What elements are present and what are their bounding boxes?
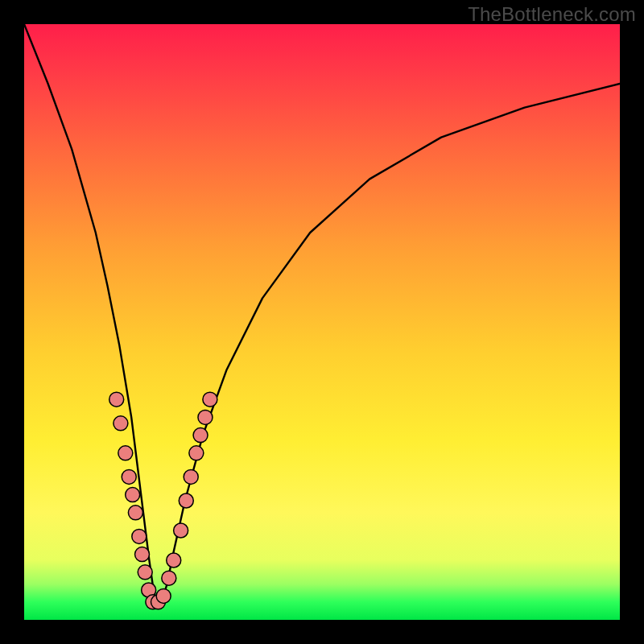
curve-marker (203, 392, 217, 407)
curve-marker (162, 571, 176, 585)
bottleneck-curve (24, 24, 620, 602)
curve-marker (179, 493, 193, 508)
curve-marker (114, 416, 128, 431)
curve-marker (174, 523, 188, 538)
curve-marker (132, 529, 147, 543)
curve-markers-group (109, 392, 217, 609)
plot-area (24, 24, 620, 620)
curve-marker (167, 553, 181, 568)
curve-marker (109, 392, 124, 407)
curve-marker (122, 469, 136, 484)
curve-marker (118, 446, 133, 460)
curve-marker (156, 588, 171, 603)
curve-marker (184, 469, 198, 484)
curve-marker (135, 547, 150, 562)
curve-marker (126, 488, 140, 502)
curve-marker (198, 410, 213, 424)
curve-layer (24, 24, 620, 620)
watermark-text: TheBottleneck.com (468, 3, 636, 26)
curve-marker (128, 506, 142, 520)
curve-marker (138, 565, 152, 580)
curve-marker (189, 446, 204, 460)
curve-marker (193, 428, 208, 443)
chart-frame: TheBottleneck.com (0, 0, 644, 644)
